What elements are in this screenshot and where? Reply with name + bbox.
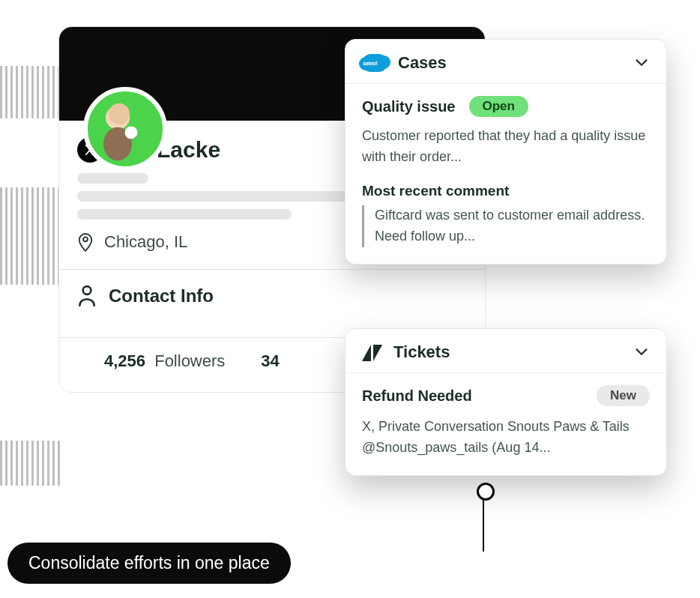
caption-pill: Consolidate efforts in one place: [7, 543, 291, 584]
followers-label: Followers: [154, 351, 225, 370]
ticket-title[interactable]: Refund Needed: [362, 387, 597, 405]
decorative-hatch: [0, 187, 60, 285]
ticket-description: X, Private Conversation Snouts Paws & Ta…: [362, 417, 650, 459]
case-description: Customer reported that they had a qualit…: [362, 126, 650, 168]
contact-info-heading[interactable]: Contact Info: [109, 286, 214, 306]
svg-point-1: [83, 286, 91, 295]
chevron-down-icon[interactable]: [633, 344, 650, 360]
status-badge-open: Open: [469, 96, 528, 117]
case-title[interactable]: Quality issue: [362, 98, 456, 115]
followers-count: 4,256: [104, 351, 145, 370]
followers-stat[interactable]: 4,256 Followers: [104, 351, 225, 371]
recent-comment-heading: Most recent comment: [362, 183, 650, 199]
decorative-hatch: [0, 441, 60, 486]
connector-line: [483, 490, 484, 552]
status-badge-new: New: [597, 385, 650, 406]
cases-panel-title: Cases: [398, 53, 623, 73]
avatar[interactable]: [83, 87, 167, 171]
stat-partial: 34: [261, 351, 283, 371]
zendesk-icon: [362, 343, 383, 361]
salesforce-icon: salesforce: [362, 54, 387, 72]
tickets-panel-title: Tickets: [393, 342, 623, 362]
cases-panel: salesforce Cases Quality issue Open Cust…: [345, 39, 667, 265]
recent-comment-text: Giftcard was sent to customer email addr…: [362, 205, 650, 247]
svg-point-0: [83, 237, 88, 241]
tickets-panel: Tickets Refund Needed New X, Private Con…: [345, 328, 667, 476]
profile-location: Chicago, IL: [104, 232, 187, 252]
person-icon: [77, 285, 97, 307]
chevron-down-icon[interactable]: [633, 55, 650, 71]
location-pin-icon: [77, 232, 94, 253]
decorative-hatch: [0, 66, 60, 118]
